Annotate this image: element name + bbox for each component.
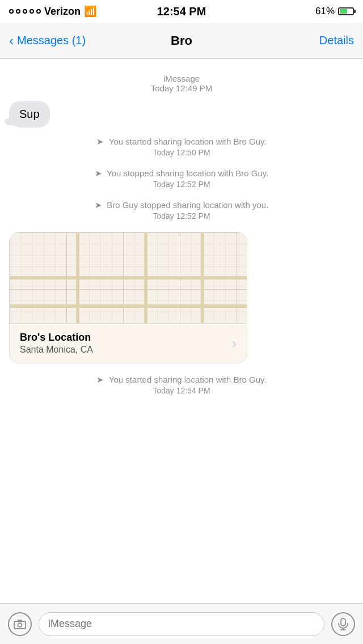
camera-icon [14, 619, 26, 629]
system-text-3: Bro Guy stopped sharing location with yo… [107, 200, 268, 210]
imessage-time: Today 12:49 PM [0, 83, 363, 93]
location-name: Bro's Location [20, 332, 93, 344]
status-left: Verizon 📶 [9, 5, 96, 18]
svg-point-9 [18, 623, 22, 627]
system-time-3: Today 12:52 PM [23, 211, 340, 221]
back-button[interactable]: ‹ Messages (1) [9, 34, 86, 48]
bubble-text-sup: Sup [9, 101, 50, 128]
message-input[interactable] [39, 612, 324, 636]
imessage-header: iMessage Today 12:49 PM [0, 74, 363, 93]
system-message-3: ➤ Bro Guy stopped sharing location with … [23, 200, 340, 221]
imessage-label: iMessage [0, 74, 363, 83]
signal-dots [9, 9, 41, 14]
system-message-2: ➤ You stopped sharing location with Bro … [23, 168, 340, 189]
camera-button[interactable] [8, 612, 32, 636]
nav-title: Bro [171, 33, 192, 48]
back-chevron-icon: ‹ [9, 34, 14, 48]
location-arrow-icon-3: ➤ [95, 200, 102, 210]
svg-rect-10 [18, 620, 22, 621]
location-arrow-icon-2: ➤ [95, 168, 102, 178]
location-text: Bro's Location Santa Monica, CA [20, 332, 93, 355]
system-message-1: ➤ You started sharing location with Bro … [23, 137, 340, 157]
back-label: Messages (1) [17, 34, 86, 47]
microphone-icon [338, 618, 348, 630]
location-info: Bro's Location Santa Monica, CA › [10, 323, 247, 363]
messages-area: iMessage Today 12:49 PM Sup ➤ You starte… [0, 59, 363, 603]
navigation-bar: ‹ Messages (1) Bro Details [0, 23, 363, 59]
carrier-label: Verizon [44, 6, 81, 18]
location-arrow-icon-1: ➤ [96, 137, 104, 146]
input-bar [0, 603, 363, 644]
location-address: Santa Monica, CA [20, 345, 93, 355]
system-time-2: Today 12:52 PM [23, 180, 340, 189]
svg-rect-8 [14, 621, 26, 629]
map-grid-svg [10, 232, 247, 323]
battery-fill [340, 9, 347, 14]
svg-rect-11 [341, 618, 345, 626]
location-arrow-icon-4: ➤ [96, 375, 104, 384]
status-right: 61% [315, 6, 354, 17]
system-time-4: Today 12:54 PM [23, 386, 340, 395]
microphone-button[interactable] [331, 612, 355, 636]
system-message-4: ➤ You started sharing location with Bro … [23, 375, 340, 395]
system-text-4: You started sharing location with Bro Gu… [109, 375, 267, 384]
location-card[interactable]: Bro's Location Santa Monica, CA › [9, 232, 247, 363]
wifi-icon: 📶 [84, 5, 96, 18]
system-text-1: You started sharing location with Bro Gu… [109, 137, 267, 146]
location-chevron-icon: › [232, 336, 237, 351]
bubble-received-sup: Sup [9, 101, 354, 128]
location-map [10, 232, 247, 323]
system-time-1: Today 12:50 PM [23, 148, 340, 157]
status-bar: Verizon 📶 12:54 PM 61% [0, 0, 363, 23]
status-time: 12:54 PM [157, 5, 206, 18]
battery-percent: 61% [315, 6, 335, 17]
battery-icon [338, 7, 354, 15]
system-text-2: You stopped sharing location with Bro Gu… [107, 168, 268, 178]
details-button[interactable]: Details [319, 34, 354, 47]
